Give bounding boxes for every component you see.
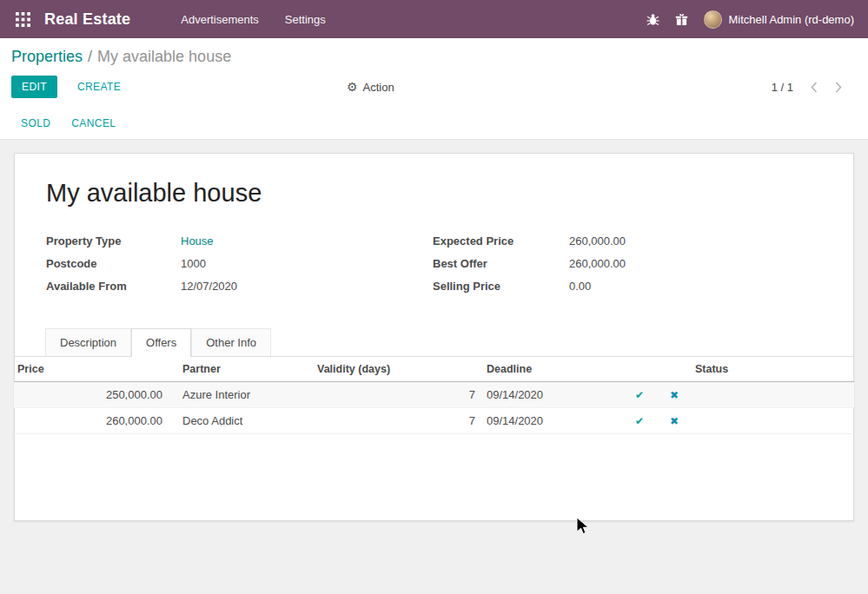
right-field-group: Expected Price 260,000.00 Best Offer 260… xyxy=(433,234,822,302)
column-header-partner[interactable]: Partner xyxy=(166,357,314,382)
menu-advertisements[interactable]: Advertisements xyxy=(179,10,261,30)
chevron-right-icon[interactable] xyxy=(835,82,842,93)
bug-icon[interactable] xyxy=(646,12,660,26)
postcode-value: 1000 xyxy=(181,257,206,270)
offer-row[interactable]: 260,000.00 Deco Addict 7 09/14/2020 ✔ ✖ xyxy=(14,408,854,434)
sold-button[interactable]: SOLD xyxy=(21,117,50,129)
action-label: Action xyxy=(363,81,394,94)
breadcrumb-current: My available house xyxy=(97,48,231,65)
cancel-button[interactable]: CANCEL xyxy=(71,117,116,129)
refuse-offer-icon[interactable]: ✖ xyxy=(670,415,679,427)
form-statusbar: SOLD CANCEL xyxy=(0,108,868,140)
breadcrumb-separator: / xyxy=(88,48,92,65)
accept-offer-icon[interactable]: ✔ xyxy=(635,389,644,401)
field-label: Expected Price xyxy=(433,234,569,248)
top-navbar: Real Estate Advertisements Settings xyxy=(0,0,868,38)
property-title: My available house xyxy=(46,154,822,208)
offer-status xyxy=(692,408,854,434)
field-postcode: Postcode 1000 xyxy=(46,257,433,270)
field-label: Selling Price xyxy=(433,280,569,293)
control-panel-buttons: EDIT CREATE ⚙ Action 1 / 1 xyxy=(11,76,854,108)
offers-header-row: Price Partner Validity (days) Deadline S… xyxy=(14,357,854,382)
accept-offer-icon[interactable]: ✔ xyxy=(635,415,644,427)
tab-description[interactable]: Description xyxy=(45,328,131,356)
pager-value[interactable]: 1 / 1 xyxy=(772,81,793,94)
apps-menu-icon[interactable] xyxy=(14,10,31,28)
user-menu[interactable]: Mitchell Admin (rd-demo) xyxy=(704,10,855,29)
column-header-status[interactable]: Status xyxy=(692,357,854,382)
action-menu-button[interactable]: ⚙ Action xyxy=(347,81,394,94)
breadcrumb: Properties/My available house xyxy=(11,48,854,66)
systray: Mitchell Admin (rd-demo) xyxy=(646,10,855,29)
pager: 1 / 1 xyxy=(772,81,842,94)
content-area: My available house Property Type House P… xyxy=(0,140,868,521)
chevron-left-icon[interactable] xyxy=(811,82,818,93)
avatar xyxy=(704,10,722,29)
offer-deadline: 09/14/2020 xyxy=(479,382,622,408)
user-name: Mitchell Admin (rd-demo) xyxy=(729,13,855,26)
control-panel: Properties/My available house EDIT CREAT… xyxy=(0,38,868,108)
selling-price-value: 0.00 xyxy=(569,280,591,293)
tab-offers[interactable]: Offers xyxy=(131,328,191,357)
column-header-deadline[interactable]: Deadline xyxy=(479,357,622,382)
field-label: Best Offer xyxy=(433,257,569,270)
form-sheet: My available house Property Type House P… xyxy=(14,153,854,521)
offer-price: 250,000.00 xyxy=(14,382,166,408)
column-header-accept xyxy=(622,357,657,382)
column-header-validity[interactable]: Validity (days) xyxy=(314,357,479,382)
field-label: Available From xyxy=(46,280,181,293)
notebook-tabs: Description Offers Other Info xyxy=(14,328,854,357)
refuse-offer-icon[interactable]: ✖ xyxy=(670,389,679,401)
field-expected-price: Expected Price 260,000.00 xyxy=(433,234,822,248)
offer-row[interactable]: 250,000.00 Azure Interior 7 09/14/2020 ✔… xyxy=(14,382,854,408)
property-type-value[interactable]: House xyxy=(181,234,214,248)
top-menus: Advertisements Settings xyxy=(179,10,328,30)
field-best-offer: Best Offer 260,000.00 xyxy=(433,257,822,270)
tab-other-info[interactable]: Other Info xyxy=(191,328,271,356)
offer-price: 260,000.00 xyxy=(14,408,166,434)
offers-table: Price Partner Validity (days) Deadline S… xyxy=(14,357,854,434)
field-groups: Property Type House Postcode 1000 Availa… xyxy=(46,234,822,302)
grid-icon xyxy=(16,12,30,27)
available-from-value: 12/07/2020 xyxy=(181,280,237,293)
offer-partner: Deco Addict xyxy=(166,408,314,434)
offer-deadline: 09/14/2020 xyxy=(479,408,622,434)
edit-button[interactable]: EDIT xyxy=(11,76,57,98)
left-field-group: Property Type House Postcode 1000 Availa… xyxy=(46,234,433,302)
offer-validity: 7 xyxy=(314,408,479,434)
field-selling-price: Selling Price 0.00 xyxy=(433,280,822,293)
field-property-type: Property Type House xyxy=(46,234,433,248)
offer-partner: Azure Interior xyxy=(166,382,314,408)
create-button[interactable]: CREATE xyxy=(72,80,126,94)
offer-status xyxy=(692,382,854,408)
breadcrumb-properties[interactable]: Properties xyxy=(11,48,83,65)
field-label: Property Type xyxy=(46,234,181,248)
app-name[interactable]: Real Estate xyxy=(44,10,130,29)
offer-validity: 7 xyxy=(314,382,479,408)
field-available-from: Available From 12/07/2020 xyxy=(46,280,433,293)
best-offer-value: 260,000.00 xyxy=(569,257,626,270)
menu-settings[interactable]: Settings xyxy=(283,10,328,30)
gear-icon: ⚙ xyxy=(347,81,358,93)
field-label: Postcode xyxy=(46,257,181,270)
expected-price-value: 260,000.00 xyxy=(569,234,626,248)
gift-icon[interactable] xyxy=(675,12,689,26)
column-header-price[interactable]: Price xyxy=(14,357,166,382)
column-header-refuse xyxy=(657,357,692,382)
